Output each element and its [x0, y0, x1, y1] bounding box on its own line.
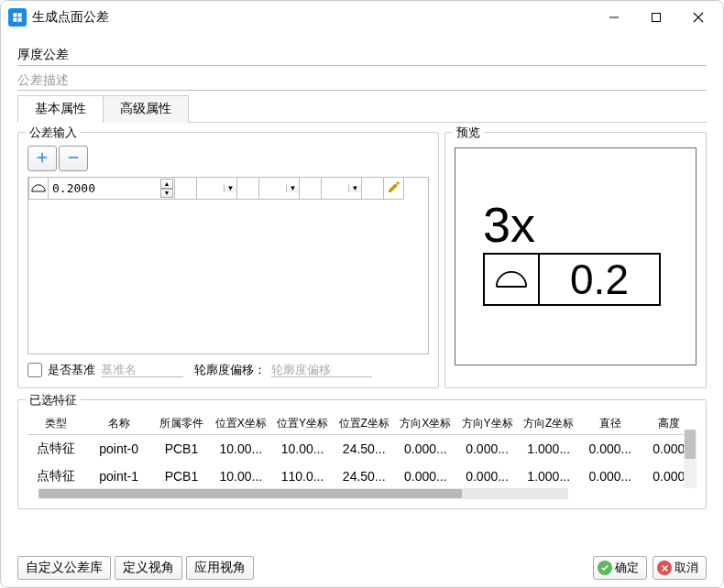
app-icon — [8, 8, 27, 27]
modifier-cell-2[interactable] — [237, 178, 259, 200]
preview-frame: 0.2 — [483, 253, 661, 306]
ok-button[interactable]: 确定 — [593, 556, 647, 580]
preview-legend: 预览 — [453, 125, 484, 141]
tolerance-input-legend: 公差输入 — [26, 125, 81, 141]
tolerance-value-input[interactable] — [49, 181, 174, 195]
titlebar: 生成点面公差 — [1, 1, 723, 34]
col-dirx[interactable]: 方向X坐标 — [395, 413, 456, 435]
col-diry[interactable]: 方向Y坐标 — [456, 413, 518, 435]
cross-icon — [657, 561, 672, 575]
datum-dropdown-3[interactable]: ▼ — [322, 178, 362, 200]
profile-offset-label: 轮廓度偏移： — [194, 362, 266, 378]
preview-multiplier: 3x — [483, 200, 661, 249]
plus-icon — [34, 149, 50, 169]
table-header-row: 类型 名称 所属零件 位置X坐标 位置Y坐标 位置Z坐标 方向X坐标 方向Y坐标… — [27, 413, 697, 435]
features-table: 类型 名称 所属零件 位置X坐标 位置Y坐标 位置Z坐标 方向X坐标 方向Y坐标… — [27, 413, 697, 490]
is-datum-checkbox[interactable] — [27, 363, 42, 377]
define-view-button[interactable]: 定义视角 — [115, 556, 182, 580]
tolerance-description-input[interactable] — [17, 70, 707, 91]
tolerance-input-group: 公差输入 ▲ ▼ ▼ — [17, 132, 439, 388]
tolerance-list: ▲ ▼ ▼ ▼ ▼ — [27, 177, 429, 354]
profile-icon — [31, 181, 46, 195]
col-posz[interactable]: 位置Z坐标 — [334, 413, 395, 435]
profile-icon — [495, 268, 528, 291]
profile-offset-input[interactable] — [271, 363, 372, 377]
maximize-button[interactable] — [635, 4, 677, 31]
svg-rect-1 — [653, 14, 661, 22]
tabs: 基本属性 高级属性 — [17, 94, 707, 123]
modifier-cell-4[interactable] — [362, 178, 384, 200]
preview-canvas: 3x 0.2 — [455, 147, 697, 365]
is-datum-label: 是否基准 — [48, 362, 95, 378]
edit-row-button[interactable] — [384, 178, 404, 200]
custom-tolerance-lib-button[interactable]: 自定义公差库 — [17, 556, 111, 580]
bottom-bar: 自定义公差库 定义视角 应用视角 确定 取消 — [1, 556, 723, 580]
selected-features-group: 已选特征 类型 名称 所属零件 位置X坐标 位置Y坐标 位置Z坐标 方向X坐标 … — [17, 399, 707, 509]
close-button[interactable] — [677, 4, 719, 31]
spin-up-button[interactable]: ▲ — [160, 179, 173, 189]
modifier-cell-3[interactable] — [300, 178, 322, 200]
thickness-tolerance-input[interactable] — [17, 45, 707, 66]
add-button[interactable] — [27, 146, 57, 171]
preview-value: 0.2 — [540, 255, 659, 304]
modifier-cell-1[interactable] — [175, 178, 197, 200]
selected-features-legend: 已选特征 — [26, 392, 81, 408]
profile-symbol-cell[interactable] — [28, 178, 49, 200]
apply-view-button[interactable]: 应用视角 — [186, 556, 254, 580]
col-posx[interactable]: 位置X坐标 — [210, 413, 271, 435]
datum-dropdown-1[interactable]: ▼ — [197, 178, 237, 200]
cancel-button[interactable]: 取消 — [653, 556, 707, 580]
col-name[interactable]: 名称 — [85, 413, 153, 435]
vertical-scrollbar[interactable] — [684, 430, 697, 488]
table-row[interactable]: 点特征 point-1 PCB1 10.00... 110.0... 24.50… — [27, 463, 697, 490]
preview-symbol — [485, 255, 540, 304]
col-dirz[interactable]: 方向Z坐标 — [518, 413, 579, 435]
chevron-down-icon: ▼ — [286, 184, 299, 192]
tab-basic[interactable]: 基本属性 — [17, 95, 104, 123]
chevron-down-icon: ▼ — [348, 184, 361, 192]
window-title: 生成点面公差 — [32, 9, 593, 26]
col-type[interactable]: 类型 — [27, 413, 85, 435]
spin-down-button[interactable]: ▼ — [160, 189, 173, 199]
col-posy[interactable]: 位置Y坐标 — [271, 413, 333, 435]
tolerance-value-cell: ▲ ▼ — [49, 178, 175, 200]
col-part[interactable]: 所属零件 — [153, 413, 211, 435]
chevron-down-icon: ▼ — [224, 184, 236, 192]
datum-name-input[interactable] — [101, 363, 183, 377]
tab-advanced[interactable]: 高级属性 — [103, 95, 189, 123]
table-row[interactable]: 点特征 point-0 PCB1 10.00... 10.00... 24.50… — [27, 435, 697, 463]
check-icon — [598, 561, 612, 575]
minimize-button[interactable] — [593, 4, 635, 31]
tolerance-row: ▲ ▼ ▼ ▼ ▼ — [28, 178, 428, 200]
preview-group: 预览 3x 0.2 — [444, 132, 707, 388]
col-dia[interactable]: 直径 — [579, 413, 641, 435]
minus-icon — [65, 149, 82, 169]
datum-dropdown-2[interactable]: ▼ — [259, 178, 300, 200]
horizontal-scrollbar[interactable] — [38, 488, 568, 499]
pencil-icon — [387, 180, 401, 197]
remove-button[interactable] — [59, 146, 88, 171]
